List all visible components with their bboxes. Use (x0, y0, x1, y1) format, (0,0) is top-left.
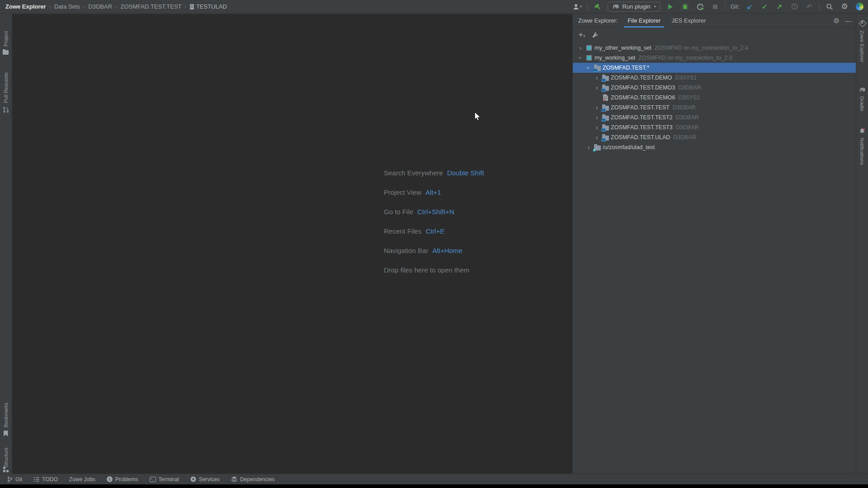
stripe-button-bookmarks[interactable]: Bookmarks (0, 396, 11, 427)
dataset-folder-icon: DS (602, 86, 609, 91)
breadcrumb-item[interactable]: Data Sets (54, 3, 80, 10)
history-clock-icon[interactable] (789, 2, 799, 12)
stop-icon[interactable] (710, 2, 720, 12)
search-icon[interactable] (825, 2, 835, 12)
breadcrumb-item[interactable]: Zowe Explorer (5, 3, 46, 10)
tree-chevron-icon[interactable]: › (576, 54, 585, 61)
debug-icon[interactable] (680, 2, 690, 12)
breadcrumb-item[interactable]: ZOSMFAD.TEST.TEST (120, 3, 181, 10)
tree-row[interactable]: › DS ZOSMFAD.TEST.* (573, 63, 856, 73)
wrench-settings-icon[interactable] (592, 32, 599, 38)
tool-window-options-gear-icon[interactable]: ⚙ (834, 17, 840, 24)
dependencies-icon (231, 476, 237, 482)
tree-row[interactable]: › DS ZOSMFAD.TEST.TEST3 D3DBAR (573, 122, 856, 132)
ide-colorful-ball-icon[interactable] (854, 2, 864, 12)
git-update-icon[interactable]: ↙ (745, 2, 755, 12)
tree-chevron-icon[interactable] (593, 94, 601, 101)
tree-chevron-icon[interactable]: › (593, 124, 601, 131)
stripe-icon-holder[interactable] (0, 107, 11, 113)
breadcrumb-item-label: TESTULAD (196, 3, 227, 10)
tree-item-name: ZOSMFAD.TEST.DEMO3 (611, 84, 675, 91)
shortcut-action-label: Recent Files (384, 227, 421, 235)
git-push-icon[interactable]: ↗ (774, 2, 784, 12)
dataset-mask-icon: DS (594, 66, 601, 71)
stripe-icon-holder[interactable] (0, 467, 11, 472)
zowe-explorer-tool-window: Zowe Explorer: File Explorer JES Explore… (572, 14, 856, 474)
working-set-icon (586, 45, 592, 51)
tree-chevron-icon[interactable]: › (593, 74, 601, 81)
tree-row[interactable]: ZOSMFAD.TEST.DEMO6 D3SYS1 (573, 93, 856, 103)
toolbar-divider (819, 3, 820, 10)
tree-chevron-icon[interactable]: › (576, 44, 585, 52)
status-bar-item-services[interactable]: Services (190, 476, 220, 483)
stripe-button-gradle[interactable]: Gradle (856, 96, 868, 123)
tree-row[interactable]: › /u/zosmfad/ulad_test (573, 142, 856, 152)
shortcut-hint-row: Navigation BarAlt+Home (384, 246, 484, 256)
tree-chevron-icon[interactable]: › (593, 104, 601, 111)
rollback-icon[interactable]: ↶ (804, 2, 814, 12)
tree-row[interactable]: › my_working_set ZOSMFAD on my_connectio… (573, 53, 856, 63)
mouse-cursor (474, 112, 481, 123)
tree-chevron-icon[interactable]: › (585, 144, 593, 151)
status-bar-item-todo[interactable]: TODO (33, 476, 57, 483)
stripe-button-notifications[interactable]: Notifications (856, 138, 868, 183)
tree-row[interactable]: › DS ZOSMFAD.TEST.ULAD D3DBAR (573, 132, 856, 142)
stripe-icon-holder[interactable]: Z (856, 19, 868, 27)
dataset-folder-icon: DS (602, 106, 609, 111)
tree-item-icon (601, 94, 610, 101)
tree-row[interactable]: › DS ZOSMFAD.TEST.DEMO D3SYS1 (573, 73, 856, 83)
shortcut-action-label: Project View (384, 188, 421, 196)
tree-item-suffix: D3SYS1 (675, 75, 697, 81)
tree-item-icon (585, 45, 594, 51)
status-bar-item-dependencies[interactable]: Dependencies (231, 476, 275, 483)
breadcrumb-item[interactable]: TESTULAD (190, 3, 227, 10)
tree-item-suffix: D3DBAR (676, 124, 699, 131)
hide-tool-window-icon[interactable]: — (845, 17, 851, 24)
tree-item-name: ZOSMFAD.TEST.* (603, 65, 649, 71)
chevron-down-icon: ▾ (580, 5, 582, 9)
git-commit-check-icon[interactable]: ✓ (760, 2, 769, 12)
run-configuration-label: Run plugin (623, 3, 651, 10)
ide-window: Zowe Explorer›Data Sets›D3DBAR›ZOSMFAD.T… (0, 0, 868, 488)
tree-chevron-icon[interactable]: › (593, 134, 601, 141)
run-icon[interactable] (665, 2, 675, 12)
stripe-icon-holder[interactable] (856, 128, 868, 134)
profiler-icon[interactable] (695, 2, 705, 12)
stripe-icon-holder[interactable] (0, 431, 11, 436)
tree-row[interactable]: › DS ZOSMFAD.TEST.TEST2 D3DBAR (573, 113, 856, 122)
dataset-folder-icon: DS (602, 126, 609, 131)
stripe-button-project[interactable]: Project (0, 24, 11, 47)
breadcrumb-item-label: Zowe Explorer (5, 3, 46, 10)
breadcrumb-item[interactable]: D3DBAR (88, 3, 112, 10)
services-icon (190, 476, 196, 482)
add-working-set-button[interactable]: +▾ (579, 32, 585, 38)
tree-item-icon: DS (601, 115, 610, 121)
status-bar-item-git[interactable]: Git (7, 476, 22, 483)
tree-chevron-icon[interactable]: › (593, 114, 601, 121)
shortcut-keys: Double Shift (447, 169, 484, 177)
breadcrumb-separator-icon: › (83, 3, 85, 10)
tree-row[interactable]: › DS ZOSMFAD.TEST.DEMO3 D3DBAR (573, 83, 856, 93)
run-configuration-select[interactable]: Run plugin ▾ (608, 2, 660, 12)
user-account-icon[interactable]: ▾ (572, 2, 582, 12)
status-bar-item-problems[interactable]: !Problems (107, 476, 138, 483)
settings-gear-icon[interactable]: ⚙ (840, 2, 849, 12)
build-hammer-icon[interactable] (593, 2, 603, 12)
stripe-button-pull-requests[interactable]: Pull Requests (0, 61, 11, 103)
status-bar-item-zowe-jobs[interactable]: Zowe Jobs (69, 476, 95, 483)
tree-row[interactable]: › my_other_working_set ZOSMFAD on my_con… (573, 43, 856, 53)
stripe-icon-holder[interactable] (856, 87, 868, 92)
tree-chevron-icon[interactable]: › (585, 64, 593, 71)
stripe-icon-holder[interactable] (0, 50, 11, 55)
tree-item-name: ZOSMFAD.TEST.TEST2 (611, 114, 673, 121)
problems-icon: ! (107, 476, 113, 482)
left-tool-stripe: ProjectPull RequestsBookmarksStructure (0, 14, 12, 474)
pull-request-icon (3, 107, 9, 113)
tree-row[interactable]: › DS ZOSMFAD.TEST.TEST D3DBAR (573, 103, 856, 113)
tab-file-explorer[interactable]: File Explorer (624, 14, 664, 28)
stripe-button-structure[interactable]: Structure (0, 440, 11, 468)
tab-jes-explorer[interactable]: JES Explorer (668, 14, 709, 28)
tree-chevron-icon[interactable]: › (593, 84, 601, 91)
stripe-button-zowe-explorer[interactable]: Zowe Explorer (856, 30, 868, 84)
status-bar-item-terminal[interactable]: >_Terminal (150, 476, 179, 483)
